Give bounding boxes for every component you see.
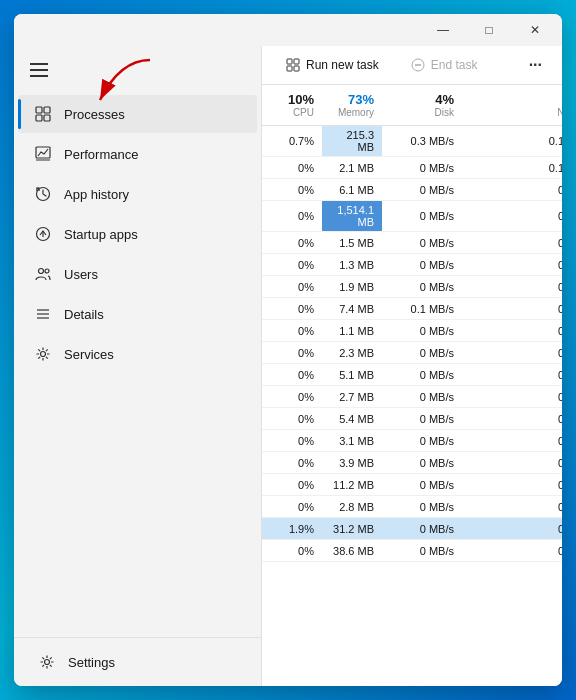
- table-body: 0.7%215.3 MB0.3 MB/s0.1 Mbps0%2.1 MB0 MB…: [262, 126, 562, 562]
- svg-rect-19: [294, 66, 299, 71]
- sidebar-item-settings[interactable]: Settings: [22, 643, 253, 681]
- table-row[interactable]: 0%1,514.1 MB0 MB/s0 Mbps: [262, 201, 562, 232]
- table-cell: 0 MB/s: [382, 430, 462, 451]
- table-row[interactable]: 0%2.1 MB0 MB/s0.1 Mbps: [262, 157, 562, 179]
- memory-header: 73% Memory: [322, 89, 382, 121]
- table-cell: 0 MB/s: [382, 320, 462, 341]
- table-row[interactable]: 0%2.7 MB0 MB/s0 Mbps: [262, 386, 562, 408]
- table-cell: 0%: [262, 474, 322, 495]
- table-row[interactable]: 0%3.1 MB0 MB/s0 Mbps: [262, 430, 562, 452]
- table-row[interactable]: 0%1.1 MB0 MB/s0 Mbps: [262, 320, 562, 342]
- table-cell: 0%: [262, 540, 322, 561]
- main-content: Run new task End task ··· 10% CPU: [262, 46, 562, 686]
- minimize-button[interactable]: —: [420, 14, 466, 46]
- table-cell: 1,514.1 MB: [322, 201, 382, 231]
- sidebar-top: [14, 46, 261, 94]
- table-cell: 0 Mbps: [462, 452, 562, 473]
- table-row[interactable]: 0%5.4 MB0 MB/s0 Mbps: [262, 408, 562, 430]
- table-cell: 0%: [262, 157, 322, 178]
- settings-icon: [38, 653, 56, 671]
- table-cell: 1.9 MB: [322, 276, 382, 297]
- table-cell: 0%: [262, 201, 322, 231]
- sidebar-item-processes[interactable]: Processes: [18, 95, 257, 133]
- table-cell: 0 MB/s: [382, 474, 462, 495]
- toolbar: Run new task End task ···: [262, 46, 562, 85]
- svg-rect-3: [44, 115, 50, 121]
- table-row[interactable]: 0%1.3 MB0 MB/s0 Mbps: [262, 254, 562, 276]
- process-table[interactable]: 10% CPU 73% Memory 4% Disk ∨ 0%: [262, 85, 562, 686]
- svg-point-15: [45, 660, 50, 665]
- run-new-task-button[interactable]: Run new task: [274, 54, 391, 76]
- task-manager-window: — □ ✕ Pr: [14, 14, 562, 686]
- table-cell: 0 MB/s: [382, 540, 462, 561]
- svg-rect-4: [36, 147, 50, 158]
- table-cell: 5.4 MB: [322, 408, 382, 429]
- table-cell: 7.4 MB: [322, 298, 382, 319]
- svg-rect-17: [294, 59, 299, 64]
- sidebar-bottom: Settings: [14, 637, 261, 686]
- sidebar-item-app-history[interactable]: App history: [18, 175, 257, 213]
- table-cell: 0%: [262, 320, 322, 341]
- table-cell: 31.2 MB: [322, 518, 382, 539]
- table-cell: 0 MB/s: [382, 518, 462, 539]
- table-cell: 0 Mbps: [462, 364, 562, 385]
- sidebar-item-users[interactable]: Users: [18, 255, 257, 293]
- table-cell: 2.1 MB: [322, 157, 382, 178]
- table-header: 10% CPU 73% Memory 4% Disk ∨ 0%: [262, 85, 562, 126]
- settings-label: Settings: [68, 655, 115, 670]
- end-task-button[interactable]: End task: [399, 54, 490, 76]
- sidebar-item-services[interactable]: Services: [18, 335, 257, 373]
- table-cell: 0%: [262, 364, 322, 385]
- table-cell: 0%: [262, 408, 322, 429]
- table-row[interactable]: 0%3.9 MB0 MB/s0 Mbps: [262, 452, 562, 474]
- table-row[interactable]: 0%2.3 MB0 MB/s0 Mbps: [262, 342, 562, 364]
- table-row[interactable]: 0.7%215.3 MB0.3 MB/s0.1 Mbps: [262, 126, 562, 157]
- svg-rect-0: [36, 107, 42, 113]
- table-row[interactable]: 0%5.1 MB0 MB/s0 Mbps: [262, 364, 562, 386]
- table-row[interactable]: 0%1.9 MB0 MB/s0 Mbps: [262, 276, 562, 298]
- table-cell: 0 Mbps: [462, 496, 562, 517]
- table-row[interactable]: 0%7.4 MB0.1 MB/s0 Mbps: [262, 298, 562, 320]
- details-label: Details: [64, 307, 104, 322]
- table-row[interactable]: 0%11.2 MB0 MB/s0 Mbps: [262, 474, 562, 496]
- services-icon: [34, 345, 52, 363]
- table-cell: 0 Mbps: [462, 474, 562, 495]
- svg-point-14: [41, 352, 46, 357]
- app-history-icon: [34, 185, 52, 203]
- table-cell: 2.8 MB: [322, 496, 382, 517]
- table-cell: 0 MB/s: [382, 452, 462, 473]
- table-cell: 0 MB/s: [382, 276, 462, 297]
- more-options-button[interactable]: ···: [521, 52, 550, 78]
- table-cell: 0 MB/s: [382, 157, 462, 178]
- performance-icon: [34, 145, 52, 163]
- users-label: Users: [64, 267, 98, 282]
- startup-apps-label: Startup apps: [64, 227, 138, 242]
- sidebar-item-performance[interactable]: Performance: [18, 135, 257, 173]
- svg-rect-16: [287, 59, 292, 64]
- table-cell: 0%: [262, 276, 322, 297]
- table-cell: 0.1 Mbps: [462, 126, 562, 156]
- end-task-icon: [411, 58, 425, 72]
- table-row[interactable]: 0%6.1 MB0 MB/s0 Mbps: [262, 179, 562, 201]
- hamburger-menu[interactable]: [26, 54, 58, 86]
- cpu-header: 10% CPU: [262, 89, 322, 121]
- processes-icon: [34, 105, 52, 123]
- table-cell: 0%: [262, 179, 322, 200]
- table-cell: 1.5 MB: [322, 232, 382, 253]
- table-cell: 0 Mbps: [462, 342, 562, 363]
- table-cell: 0 Mbps: [462, 254, 562, 275]
- table-cell: 0.1 MB/s: [382, 298, 462, 319]
- table-row[interactable]: 1.9%31.2 MB0 MB/s0 Mbps: [262, 518, 562, 540]
- table-cell: 0%: [262, 232, 322, 253]
- close-button[interactable]: ✕: [512, 14, 558, 46]
- performance-label: Performance: [64, 147, 138, 162]
- sidebar-item-details[interactable]: Details: [18, 295, 257, 333]
- table-cell: 0 Mbps: [462, 386, 562, 407]
- maximize-button[interactable]: □: [466, 14, 512, 46]
- users-icon: [34, 265, 52, 283]
- table-row[interactable]: 0%1.5 MB0 MB/s0 Mbps: [262, 232, 562, 254]
- sidebar-item-startup-apps[interactable]: Startup apps: [18, 215, 257, 253]
- table-row[interactable]: 0%2.8 MB0 MB/s0 Mbps: [262, 496, 562, 518]
- table-row[interactable]: 0%38.6 MB0 MB/s0 Mbps: [262, 540, 562, 562]
- svg-rect-18: [287, 66, 292, 71]
